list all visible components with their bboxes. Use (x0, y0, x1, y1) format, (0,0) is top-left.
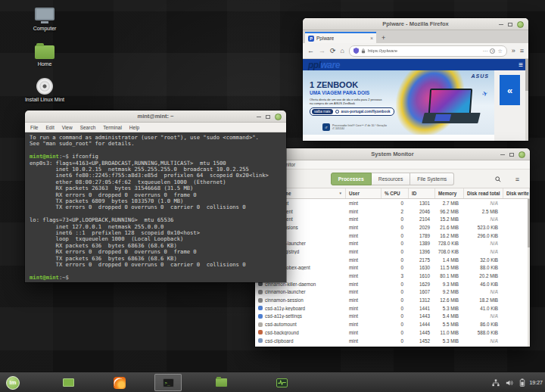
process-memory: 5.4 MiB (435, 313, 464, 319)
asus-ad-banner[interactable]: ✈ ASUS 1 ZENBOOK UMA VIAGEM PARA DOIS Of… (303, 70, 494, 135)
back-icon[interactable]: ← (307, 48, 314, 54)
column-id[interactable]: ID (409, 188, 435, 198)
bookmark-star-icon[interactable]: ☆ (497, 48, 502, 54)
column-cpu[interactable]: % CPU (382, 188, 409, 198)
minimize-button[interactable] (500, 154, 505, 155)
new-tab-button[interactable]: + (382, 34, 385, 42)
desktop-icon-install[interactable]: Install Linux Mint (20, 78, 70, 102)
desktop-icon-home[interactable]: Home (20, 45, 70, 67)
terminal-line: TX errors 0 dropped 0 overruns 0 carrier… (30, 262, 282, 268)
menu-terminal[interactable]: Terminal (103, 125, 122, 130)
tab-pplware[interactable]: P Pplware × (305, 32, 376, 43)
maximize-button[interactable] (509, 153, 514, 157)
system-monitor-icon (276, 378, 288, 387)
menu-view[interactable]: View (62, 125, 73, 130)
process-row[interactable]: cinnamonmint3161080.1 MiB20.2 MiB (255, 272, 528, 280)
tab-processes[interactable]: Processes (331, 173, 372, 185)
battery-icon[interactable] (519, 378, 525, 387)
firefox-titlebar[interactable]: Pplware - Mozilla Firefox (303, 18, 528, 30)
reload-icon[interactable]: ⟳ (330, 48, 336, 54)
hamburger-menu-icon[interactable]: ≡ (515, 170, 519, 188)
files-taskbar-button[interactable] (207, 374, 235, 391)
page-scrollbar[interactable] (525, 59, 528, 141)
tracking-protection-shield-icon[interactable] (353, 48, 359, 54)
process-row[interactable]: VBoxClientmint013012.7 MiBN/A (255, 199, 528, 207)
cta-url[interactable]: asus-portugal.com/flyzenbook (341, 110, 391, 114)
process-row[interactable]: cinnamon-launchermint016079.2 MiBN/A (255, 288, 528, 297)
overflow-icon[interactable]: » (512, 48, 515, 54)
column-memory[interactable]: Memory (435, 188, 464, 198)
terminal-output[interactable]: To run a command as administrator (user … (25, 132, 286, 282)
process-row[interactable]: applet.pymint0178916.2 MiB296.0 KiB (255, 232, 528, 240)
pplware-logo[interactable]: ppl (308, 60, 321, 70)
terminal-line: See "man sudo_root" for details. (30, 141, 282, 147)
terminal-taskbar-button[interactable]: >_ (154, 374, 182, 391)
tab-close-icon[interactable]: × (370, 36, 373, 41)
process-row[interactable]: at-spi-bus-launchermint01389728.0 KiBN/A (255, 239, 528, 247)
terminal-titlebar[interactable]: mint@mint: ~ (25, 110, 286, 123)
pocket-icon[interactable]: v (490, 48, 495, 54)
menu-edit[interactable]: Edit (45, 125, 54, 130)
process-id: 2175 (409, 257, 435, 263)
network-icon[interactable] (492, 379, 500, 387)
maximize-button[interactable] (266, 115, 270, 119)
process-row[interactable]: blueberry-obex-agentmint0163011.5 MiB88.… (255, 264, 528, 272)
desktop-icon-computer[interactable]: Computer (20, 8, 70, 31)
process-row[interactable]: Web Contentmint2204696.2 MiB2.5 MiB (255, 207, 528, 216)
search-icon[interactable] (495, 170, 501, 188)
column-user[interactable]: User (346, 188, 382, 198)
process-row[interactable]: Web Contentmint0210415.2 MiBN/A (255, 215, 528, 223)
cta-globe-icon (335, 110, 339, 114)
process-row[interactable]: WebExtensionsmint0202921.6 MiB523.0 KiB (255, 223, 528, 232)
menu-file[interactable]: File (30, 125, 38, 130)
column-disk-write[interactable]: Disk write total (503, 188, 530, 198)
maximize-button[interactable] (508, 23, 512, 26)
process-row[interactable]: cinnamon-sessionmint0131212.6 MiB18.2 Mi… (255, 296, 528, 304)
home-icon[interactable]: ⌂ (341, 48, 344, 54)
show-desktop-button[interactable] (54, 374, 82, 391)
close-button[interactable] (275, 114, 282, 120)
url-bar[interactable]: https://pplware ⋯ v ☆ (349, 45, 507, 57)
minimize-button[interactable] (499, 24, 503, 25)
system-monitor-titlebar[interactable]: System Monitor (255, 148, 530, 160)
cta-label[interactable]: saiba mais (312, 109, 333, 114)
volume-icon[interactable] (506, 379, 513, 387)
mint-menu-button[interactable]: lm (4, 375, 22, 390)
process-row[interactable]: bashmint021751.4 MiB32.0 KiB (255, 256, 528, 264)
close-button[interactable] (517, 21, 524, 28)
process-row[interactable]: csd-clipboardmint014525.3 MiBN/A (255, 337, 528, 345)
menu-help[interactable]: Help (129, 125, 139, 130)
url-text[interactable]: https://pplware (368, 48, 480, 53)
hamburger-menu-icon[interactable]: ≡ (520, 48, 524, 54)
menu-search[interactable]: Search (80, 125, 96, 130)
view-switcher: Processes Resources File Systems (331, 173, 454, 185)
site-menu-icon[interactable]: ≡ (519, 61, 523, 69)
tab-resources[interactable]: Resources (372, 173, 411, 185)
process-row[interactable]: cinnamon-killer-daemonmint016299.3 MiB46… (255, 280, 528, 288)
tab-file-systems[interactable]: File Systems (410, 173, 454, 185)
sidebar-collapse-button[interactable]: « (500, 75, 520, 105)
process-row[interactable]: at-spi2-registrydmint01396708.0 KiBN/A (255, 247, 528, 256)
process-row[interactable]: csd-a11y-keyboardmint014415.3 MiB41.0 Ki… (255, 304, 528, 313)
process-row[interactable]: csd-automountmint014445.5 MiB86.0 KiB (255, 320, 528, 328)
process-id: 2104 (409, 216, 435, 222)
desktop: Computer Home Install Linux Mint Pplware… (0, 0, 545, 392)
process-row[interactable]: csd-a11y-settingsmint014435.4 MiBN/A (255, 313, 528, 321)
process-memory: 11.0 MiB (435, 330, 464, 335)
firefox-taskbar-button[interactable] (106, 374, 133, 391)
column-disk-read[interactable]: Disk read total (464, 188, 503, 198)
airplane-icon: ✈ (481, 89, 489, 98)
process-row[interactable]: csd-backgroundmint0144511.0 MiB588.0 KiB (255, 328, 528, 337)
process-id: 1444 (409, 322, 435, 327)
window-title: Pplware - Mozilla Firefox (303, 18, 528, 30)
clock[interactable]: 19:27 (529, 372, 543, 392)
system-tray (492, 372, 525, 392)
minimize-button[interactable] (257, 117, 261, 117)
ad-cta[interactable]: saiba mais asus-portugal.com/flyzenbook (310, 107, 394, 116)
process-icon (258, 306, 263, 310)
page-actions-icon[interactable]: ⋯ (482, 48, 487, 54)
forward-icon[interactable]: → (319, 48, 325, 54)
close-button[interactable] (519, 151, 525, 158)
system-monitor-taskbar-button[interactable] (268, 374, 295, 391)
process-disk-read: N/A (464, 241, 503, 246)
